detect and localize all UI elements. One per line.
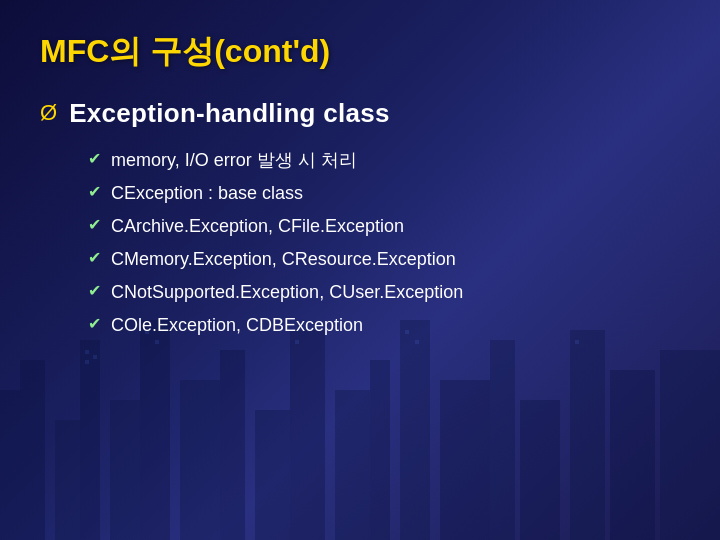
list-item: ✔ COle.Exception, CDBException (88, 312, 680, 339)
list-item: ✔ memory, I/O error 발생 시 처리 (88, 147, 680, 174)
bullet-text: CNotSupported.Exception, CUser.Exception (111, 279, 463, 306)
bullet-text: CMemory.Exception, CResource.Exception (111, 246, 456, 273)
checkmark-icon: ✔ (88, 248, 101, 267)
svg-rect-3 (80, 340, 100, 540)
svg-rect-18 (660, 350, 720, 540)
svg-rect-8 (255, 410, 295, 540)
slide-title: MFC의 구성(cont'd) (40, 30, 680, 74)
list-item: ✔ CArchive.Exception, CFile.Exception (88, 213, 680, 240)
svg-rect-11 (370, 360, 390, 540)
svg-rect-1 (20, 360, 45, 540)
arrow-icon: Ø (40, 100, 57, 126)
svg-rect-13 (440, 380, 490, 540)
checkmark-icon: ✔ (88, 215, 101, 234)
bullet-text: CArchive.Exception, CFile.Exception (111, 213, 404, 240)
bullet-text: COle.Exception, CDBException (111, 312, 363, 339)
checkmark-icon: ✔ (88, 182, 101, 201)
list-item: ✔ CMemory.Exception, CResource.Exception (88, 246, 680, 273)
checkmark-icon: ✔ (88, 281, 101, 300)
main-point-text: Exception-handling class (69, 98, 390, 129)
svg-rect-7 (220, 350, 245, 540)
svg-rect-17 (610, 370, 655, 540)
svg-rect-15 (520, 400, 560, 540)
bullet-list: ✔ memory, I/O error 발생 시 처리 ✔ CException… (88, 147, 680, 339)
slide-content: MFC의 구성(cont'd) Ø Exception-handling cla… (0, 0, 720, 365)
list-item: ✔ CException : base class (88, 180, 680, 207)
checkmark-icon: ✔ (88, 149, 101, 168)
list-item: ✔ CNotSupported.Exception, CUser.Excepti… (88, 279, 680, 306)
checkmark-icon: ✔ (88, 314, 101, 333)
svg-rect-14 (490, 340, 515, 540)
bullet-text: memory, I/O error 발생 시 처리 (111, 147, 357, 174)
main-point: Ø Exception-handling class (40, 98, 680, 129)
bullet-text: CException : base class (111, 180, 303, 207)
